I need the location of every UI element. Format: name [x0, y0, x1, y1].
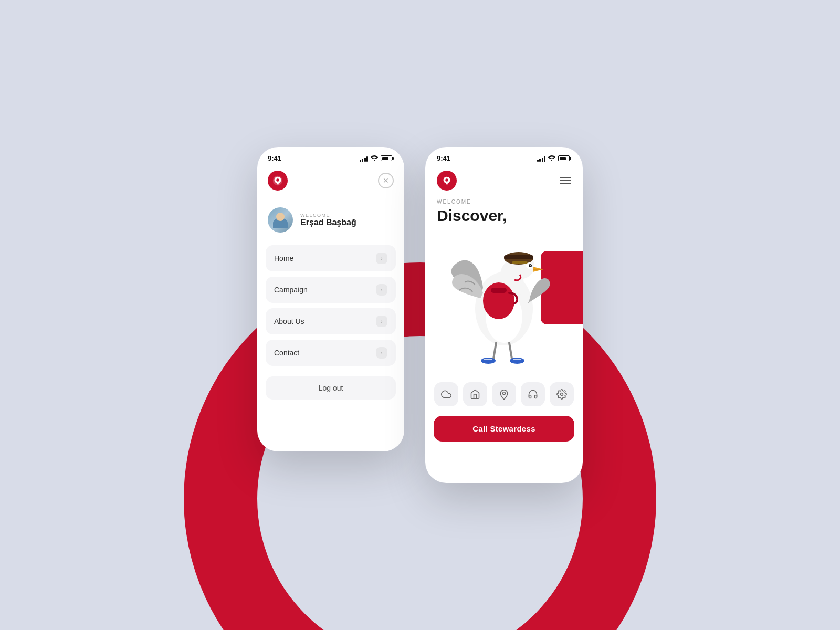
- menu-item-contact[interactable]: Contact ›: [266, 340, 396, 366]
- svg-point-12: [530, 265, 531, 266]
- chevron-icon: ›: [376, 284, 387, 296]
- svg-point-17: [510, 358, 524, 364]
- welcome-label: WELCOME: [437, 199, 571, 205]
- left-phone: 9:41: [257, 147, 404, 452]
- bottom-nav: [425, 377, 583, 412]
- logout-label: Log out: [319, 384, 343, 392]
- menu-item-campaign-label: Campaign: [274, 286, 308, 294]
- settings-nav-button[interactable]: [550, 382, 574, 406]
- menu-item-about-label: About Us: [274, 317, 304, 326]
- hamburger-menu[interactable]: [560, 177, 571, 184]
- wifi-icon: [371, 155, 378, 162]
- hamburger-line-3: [560, 183, 571, 184]
- hamburger-line-2: [560, 180, 571, 181]
- svg-rect-8: [504, 255, 533, 259]
- left-status-bar: 9:41: [257, 147, 404, 165]
- svg-rect-9: [512, 261, 528, 264]
- hamburger-line-1: [560, 177, 571, 178]
- user-profile: WELCOME Erşad Başbağ: [257, 199, 404, 245]
- battery-icon: [381, 155, 394, 161]
- right-status-bar: 9:41: [425, 147, 583, 165]
- bird-mascot: [452, 219, 556, 366]
- headset-nav-button[interactable]: [521, 382, 545, 406]
- left-logo: [268, 171, 288, 191]
- right-time: 9:41: [437, 154, 450, 162]
- right-header: [425, 165, 583, 199]
- svg-point-19: [561, 393, 563, 396]
- signal-icon: [537, 155, 546, 162]
- close-button[interactable]: ✕: [378, 173, 394, 188]
- battery-icon: [558, 155, 571, 161]
- weather-nav-button[interactable]: [434, 382, 458, 406]
- chevron-icon: ›: [376, 316, 387, 327]
- svg-rect-15: [491, 288, 507, 293]
- menu-item-home[interactable]: Home ›: [266, 245, 396, 271]
- menu-list: Home › Campaign › About Us › Contact ›: [257, 245, 404, 366]
- call-stewardess-label: Call Stewardess: [472, 424, 536, 433]
- menu-item-home-label: Home: [274, 254, 293, 262]
- right-status-icons: [537, 155, 572, 162]
- chevron-icon: ›: [376, 253, 387, 264]
- svg-point-18: [502, 392, 505, 395]
- menu-item-contact-label: Contact: [274, 349, 299, 357]
- menu-item-about[interactable]: About Us ›: [266, 308, 396, 334]
- avatar-person: [268, 207, 293, 233]
- logout-button[interactable]: Log out: [266, 376, 396, 400]
- call-stewardess-button[interactable]: Call Stewardess: [434, 416, 574, 442]
- welcome-label: WELCOME: [300, 213, 356, 218]
- menu-item-campaign[interactable]: Campaign ›: [266, 277, 396, 303]
- left-status-icons: [360, 155, 394, 162]
- right-logo: [437, 171, 457, 191]
- left-header: ✕: [257, 165, 404, 199]
- chevron-icon: ›: [376, 347, 387, 359]
- home-nav-button[interactable]: [463, 382, 487, 406]
- svg-point-1: [276, 178, 279, 182]
- mascot-area: [425, 230, 583, 377]
- left-time: 9:41: [268, 154, 281, 162]
- avatar: [268, 207, 293, 233]
- phones-container: 9:41: [257, 147, 583, 483]
- close-icon: ✕: [383, 176, 389, 185]
- svg-point-11: [529, 264, 532, 267]
- user-info: WELCOME Erşad Başbağ: [300, 213, 356, 227]
- signal-icon: [360, 155, 369, 162]
- right-phone: 9:41: [425, 147, 583, 483]
- user-name: Erşad Başbağ: [300, 218, 356, 227]
- wifi-icon: [548, 155, 555, 162]
- avatar-image: [268, 207, 293, 233]
- location-nav-button[interactable]: [492, 382, 516, 406]
- svg-point-2: [445, 178, 448, 182]
- svg-point-16: [481, 358, 496, 364]
